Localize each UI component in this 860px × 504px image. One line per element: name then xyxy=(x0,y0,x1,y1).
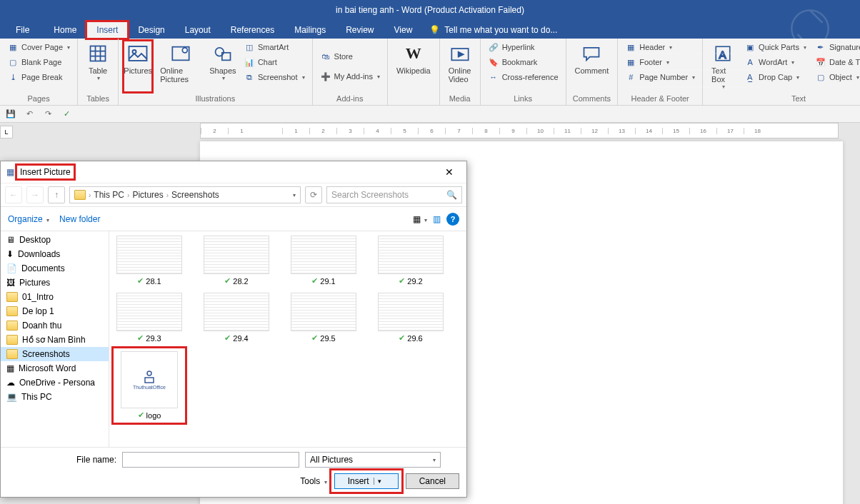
forward-button[interactable]: → xyxy=(26,186,44,203)
tab-design[interactable]: Design xyxy=(128,21,174,39)
cover-page-button[interactable]: ▦Cover Page▾ xyxy=(4,40,73,54)
tree-item[interactable]: Doanh thu xyxy=(1,318,109,333)
svg-rect-3 xyxy=(91,46,106,61)
file-thumbnails: ✔28.1✔28.2✔29.1✔29.2✔29.3✔29.4✔29.5✔29.6… xyxy=(109,231,466,447)
bookmark-button[interactable]: 🔖Bookmark xyxy=(485,55,561,69)
tell-me-search[interactable]: 💡 Tell me what you want to do... xyxy=(422,21,564,39)
file-thumbnail[interactable]: ✔28.1 xyxy=(115,236,184,286)
title-bar: in bai tieng anh - Word (Product Activat… xyxy=(0,0,860,20)
horizontal-ruler[interactable]: 21123456789101112131415161718 xyxy=(200,123,839,138)
file-thumbnail[interactable]: ✔29.4 xyxy=(202,293,271,343)
tree-item[interactable]: Screenshots xyxy=(1,347,109,361)
tree-item[interactable]: 01_Intro xyxy=(1,290,109,304)
dialog-titlebar: ▦ Insert Picture ✕ xyxy=(1,161,466,183)
tree-item[interactable]: 🖥Desktop xyxy=(1,233,109,247)
smartart-button[interactable]: ◫SmartArt xyxy=(241,40,308,54)
desktop-icon: 🖥 xyxy=(6,235,15,245)
tree-item[interactable]: ⬇Downloads xyxy=(1,247,109,261)
cancel-button[interactable]: Cancel xyxy=(406,473,459,489)
group-media-label: Media xyxy=(444,93,476,105)
tab-insert[interactable]: Insert xyxy=(86,21,128,39)
tab-view[interactable]: View xyxy=(384,21,423,39)
shapes-icon xyxy=(211,42,234,65)
svg-rect-4 xyxy=(129,46,147,61)
folder-tree: 🖥Desktop⬇Downloads📄Documents🖼Pictures01_… xyxy=(1,231,109,447)
file-thumbnail[interactable]: ThuthuatOffice✔logo xyxy=(115,350,184,421)
group-illustrations-label: Illustrations xyxy=(123,93,307,105)
shapes-button[interactable]: Shapes▾ xyxy=(208,40,238,93)
page-break-button[interactable]: ⤓Page Break xyxy=(4,70,73,84)
smartart-icon: ◫ xyxy=(244,41,255,53)
blank-page-button[interactable]: ▢Blank Page xyxy=(4,55,73,69)
new-folder-button[interactable]: New folder xyxy=(59,214,100,224)
tree-item[interactable]: Hồ sơ Nam Bình xyxy=(1,333,109,347)
chart-button[interactable]: 📊Chart xyxy=(241,55,308,69)
tab-home[interactable]: Home xyxy=(44,21,86,39)
tree-item[interactable]: 📄Documents xyxy=(1,261,109,276)
cover-page-icon: ▦ xyxy=(7,41,19,53)
file-thumbnail[interactable]: ✔29.1 xyxy=(289,236,358,286)
chart-icon: 📊 xyxy=(244,56,255,68)
tree-item[interactable]: 🖼Pictures xyxy=(1,276,109,290)
search-input[interactable]: Search Screenshots 🔍 xyxy=(326,186,462,203)
spelling-icon[interactable]: ✓ xyxy=(60,108,73,121)
undo-icon[interactable]: ↶ xyxy=(23,108,36,121)
filename-input[interactable] xyxy=(122,452,299,468)
preview-button[interactable]: ▥ xyxy=(433,214,441,224)
dialog-nav: ← → ↑ › This PC› Pictures› Screenshots ▾… xyxy=(1,183,466,207)
comment-button[interactable]: Comment xyxy=(571,40,614,93)
tab-review[interactable]: Review xyxy=(336,21,384,39)
table-button[interactable]: Table▾ xyxy=(82,40,114,93)
file-filter-select[interactable]: All Pictures▾ xyxy=(305,452,441,468)
comment-icon xyxy=(580,42,603,65)
svg-point-0 xyxy=(791,10,828,46)
dialog-footer: File name: All Pictures▾ Tools ▾ Insert▾… xyxy=(1,447,466,497)
file-thumbnail[interactable]: ✔29.2 xyxy=(376,236,445,286)
breadcrumb[interactable]: › This PC› Pictures› Screenshots ▾ xyxy=(69,186,301,203)
folder-icon xyxy=(6,292,18,302)
tree-item[interactable]: De lop 1 xyxy=(1,304,109,318)
svg-point-2 xyxy=(791,68,796,73)
tree-item[interactable]: ☁OneDrive - Persona xyxy=(1,376,109,390)
hyperlink-button[interactable]: 🔗Hyperlink xyxy=(485,40,561,54)
group-comments-label: Comments xyxy=(571,93,614,105)
back-button[interactable]: ← xyxy=(5,186,22,203)
file-thumbnail[interactable]: ✔29.3 xyxy=(115,293,184,343)
tab-mailings[interactable]: Mailings xyxy=(284,21,336,39)
online-pictures-button[interactable]: Online Pictures xyxy=(156,40,205,93)
help-icon[interactable]: ? xyxy=(446,213,459,226)
ruler-corner[interactable]: L xyxy=(0,126,13,138)
folder-icon xyxy=(6,335,18,345)
refresh-button[interactable]: ⟳ xyxy=(305,186,322,203)
tree-item[interactable]: 💻This PC xyxy=(1,390,109,404)
svg-rect-16 xyxy=(145,378,154,383)
online-video-button[interactable]: Online Video xyxy=(444,40,476,93)
group-tables-label: Tables xyxy=(82,93,114,105)
up-button[interactable]: ↑ xyxy=(48,186,65,203)
organize-button[interactable]: Organize ▾ xyxy=(8,214,49,224)
wikipedia-icon: W xyxy=(402,42,425,65)
dialog-toolbar: Organize ▾ New folder ▦ ▾ ▥ ? xyxy=(1,207,466,231)
file-thumbnail[interactable]: ✔28.2 xyxy=(202,236,271,286)
view-button[interactable]: ▦ ▾ xyxy=(413,214,427,224)
cross-reference-button[interactable]: ↔Cross-reference xyxy=(485,70,561,84)
search-icon: 🔍 xyxy=(446,190,457,200)
file-thumbnail[interactable]: ✔29.5 xyxy=(289,293,358,343)
store-button[interactable]: 🛍Store xyxy=(317,49,383,64)
tree-item[interactable]: ▦Microsoft Word xyxy=(1,361,109,376)
tab-references[interactable]: References xyxy=(221,21,284,39)
pictures-icon xyxy=(126,42,149,65)
redo-icon[interactable]: ↷ xyxy=(41,108,54,121)
wikipedia-button[interactable]: WWikipedia xyxy=(392,40,435,93)
tab-file[interactable]: File xyxy=(9,21,44,39)
my-addins-button[interactable]: ➕My Add-ins▾ xyxy=(317,69,383,84)
close-icon[interactable]: ✕ xyxy=(438,163,461,181)
insert-button[interactable]: Insert▾ xyxy=(334,473,399,489)
tab-layout[interactable]: Layout xyxy=(175,21,221,39)
pictures-button[interactable]: Pictures xyxy=(123,40,153,93)
link-icon: 🔗 xyxy=(488,41,499,53)
file-thumbnail[interactable]: ✔29.6 xyxy=(376,293,445,343)
save-icon[interactable]: 💾 xyxy=(4,108,17,121)
screenshot-button[interactable]: ⧉Screenshot▾ xyxy=(241,70,308,84)
tools-button[interactable]: Tools ▾ xyxy=(300,476,326,486)
